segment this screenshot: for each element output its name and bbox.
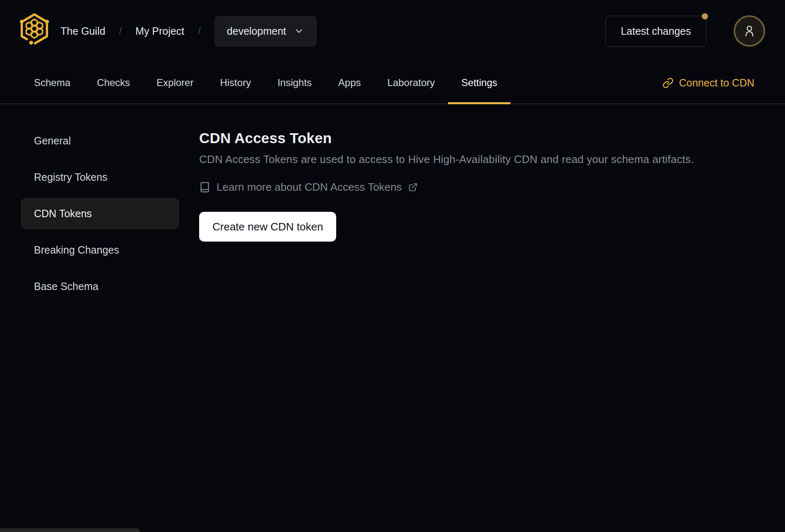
tab-settings[interactable]: Settings xyxy=(448,62,510,103)
user-avatar-button[interactable] xyxy=(734,15,765,47)
header: The Guild / My Project / development Lat… xyxy=(0,0,785,62)
sidebar-item-registry-tokens[interactable]: Registry Tokens xyxy=(21,161,179,193)
target-select-dropdown[interactable]: development xyxy=(214,16,317,47)
tab-checks[interactable]: Checks xyxy=(84,62,143,103)
book-icon xyxy=(199,181,210,194)
app-root: The Guild / My Project / development Lat… xyxy=(0,0,785,532)
breadcrumb-separator: / xyxy=(198,25,201,37)
learn-more-link[interactable]: Learn more about CDN Access Tokens xyxy=(199,181,418,194)
latest-changes-label: Latest changes xyxy=(621,25,691,37)
breadcrumb-project[interactable]: My Project xyxy=(135,25,184,37)
link-icon xyxy=(662,77,674,89)
tab-apps[interactable]: Apps xyxy=(325,62,374,103)
learn-more-label: Learn more about CDN Access Tokens xyxy=(217,181,402,194)
sidebar-item-general[interactable]: General xyxy=(21,125,179,156)
create-cdn-token-button[interactable]: Create new CDN token xyxy=(199,212,336,242)
external-link-icon xyxy=(408,182,418,192)
breadcrumb: The Guild / My Project / development xyxy=(60,0,317,62)
page-title: CDN Access Token xyxy=(199,130,752,146)
top-nav-tabs: Schema Checks Explorer History Insights … xyxy=(0,62,785,104)
tab-insights[interactable]: Insights xyxy=(264,62,325,103)
page-description: CDN Access Tokens are used to access to … xyxy=(199,153,752,166)
tab-schema[interactable]: Schema xyxy=(21,62,84,103)
notification-dot xyxy=(702,13,708,19)
sidebar-item-base-schema[interactable]: Base Schema xyxy=(21,271,179,302)
sidebar-item-cdn-tokens[interactable]: CDN Tokens xyxy=(21,198,179,229)
main-content: CDN Access Token CDN Access Tokens are u… xyxy=(199,104,752,242)
settings-sidebar: General Registry Tokens CDN Tokens Break… xyxy=(0,104,190,532)
header-actions: Latest changes xyxy=(605,0,765,62)
user-icon xyxy=(742,23,757,39)
tab-laboratory[interactable]: Laboratory xyxy=(374,62,448,103)
latest-changes-button[interactable]: Latest changes xyxy=(605,16,706,47)
connect-to-cdn-link[interactable]: Connect to CDN xyxy=(662,77,754,89)
sidebar-item-breaking-changes[interactable]: Breaking Changes xyxy=(21,234,179,266)
bottom-left-widget[interactable] xyxy=(0,528,140,532)
connect-to-cdn-label: Connect to CDN xyxy=(679,77,754,89)
chevron-down-icon xyxy=(294,26,304,36)
breadcrumb-org[interactable]: The Guild xyxy=(60,25,105,37)
hive-honeycomb-icon xyxy=(18,11,51,47)
breadcrumb-separator: / xyxy=(119,25,122,37)
tab-history[interactable]: History xyxy=(207,62,264,103)
target-select-value: development xyxy=(227,25,286,37)
hive-logo[interactable] xyxy=(18,11,51,47)
tab-explorer[interactable]: Explorer xyxy=(143,62,207,103)
